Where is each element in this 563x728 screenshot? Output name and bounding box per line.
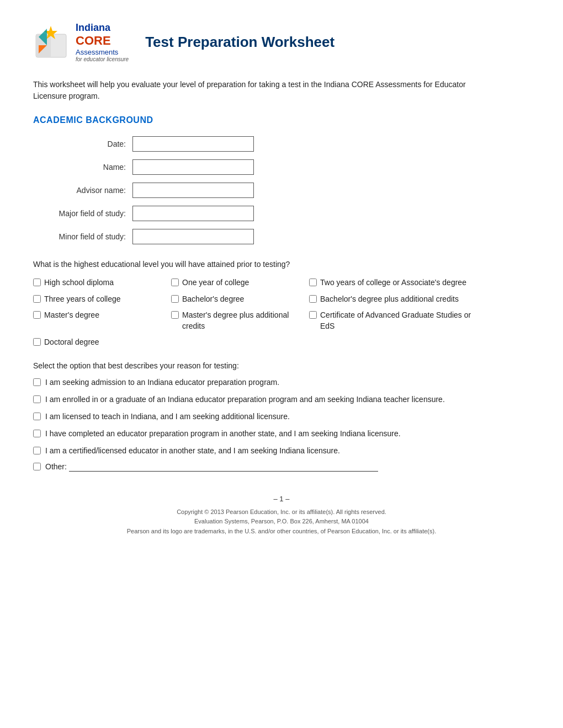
- name-label: Name:: [33, 163, 132, 172]
- major-label: Major field of study:: [33, 209, 132, 218]
- logo-core-text: CORE: [76, 34, 129, 48]
- reason-checkbox-2[interactable]: [33, 395, 41, 403]
- reason-question: Select the option that best describes yo…: [33, 361, 530, 370]
- reason-option-1: I am seeking admission to an Indiana edu…: [33, 377, 530, 388]
- logo-icon: [33, 23, 69, 62]
- reason-option-3: I am licensed to teach in Indiana, and I…: [33, 411, 530, 422]
- footer: – 1 – Copyright © 2013 Pearson Education…: [33, 494, 530, 537]
- logo-subtitle-text: for educator licensure: [76, 56, 129, 62]
- edu-checkbox-3[interactable]: [309, 279, 317, 286]
- date-label: Date:: [33, 140, 132, 148]
- page-header: Indiana CORE Assessments for educator li…: [33, 22, 530, 62]
- date-input[interactable]: [132, 136, 254, 152]
- logo-indiana-text: Indiana: [76, 22, 129, 34]
- footer-line2: Evaluation Systems, Pearson, P.O. Box 22…: [33, 517, 530, 527]
- education-question: What is the highest educational level yo…: [33, 260, 530, 269]
- name-input[interactable]: [132, 159, 254, 175]
- edu-checkbox-5[interactable]: [171, 295, 179, 303]
- minor-input[interactable]: [132, 229, 254, 244]
- education-options-grid: High school diploma One year of college …: [33, 277, 530, 348]
- edu-checkbox-10[interactable]: [33, 338, 41, 346]
- form-fields: Date: Name: Advisor name: Major field of…: [33, 136, 530, 244]
- section-heading: ACADEMIC BACKGROUND: [33, 115, 530, 125]
- footer-line1: Copyright © 2013 Pearson Education, Inc.…: [33, 507, 530, 517]
- edu-checkbox-7[interactable]: [33, 311, 41, 319]
- intro-text: This worksheet will help you evaluate yo…: [33, 79, 486, 102]
- minor-row: Minor field of study:: [33, 229, 530, 244]
- advisor-label: Advisor name:: [33, 186, 132, 195]
- minor-label: Minor field of study:: [33, 232, 132, 241]
- edu-checkbox-4[interactable]: [33, 295, 41, 303]
- other-row: Other:: [33, 462, 530, 472]
- logo-assessments-text: Assessments: [76, 48, 129, 56]
- major-row: Major field of study:: [33, 206, 530, 221]
- reason-checkbox-4[interactable]: [33, 430, 41, 437]
- advisor-input[interactable]: [132, 183, 254, 198]
- date-row: Date:: [33, 136, 530, 152]
- reason-section: Select the option that best describes yo…: [33, 361, 530, 472]
- logo-text: Indiana CORE Assessments for educator li…: [76, 22, 129, 62]
- other-label: Other:: [45, 462, 67, 471]
- edu-option-6: Bachelor's degree plus additional credit…: [309, 294, 486, 305]
- edu-option-8: Master's degree plus additional credits: [171, 310, 304, 331]
- edu-option-10: Doctoral degree: [33, 337, 166, 348]
- edu-checkbox-9[interactable]: [309, 311, 317, 319]
- reason-checkbox-3[interactable]: [33, 413, 41, 420]
- edu-option-5: Bachelor's degree: [171, 294, 304, 305]
- reason-checkbox-5[interactable]: [33, 447, 41, 454]
- edu-checkbox-1[interactable]: [33, 279, 41, 286]
- logo: Indiana CORE Assessments for educator li…: [33, 22, 129, 62]
- edu-checkbox-2[interactable]: [171, 279, 179, 286]
- reason-checkbox-1[interactable]: [33, 378, 41, 386]
- page-title: Test Preparation Worksheet: [145, 34, 334, 51]
- edu-option-9: Certificate of Advanced Graduate Studies…: [309, 310, 486, 331]
- edu-checkbox-8[interactable]: [171, 311, 179, 319]
- other-input[interactable]: [69, 462, 378, 472]
- edu-option-7: Master's degree: [33, 310, 166, 331]
- edu-option-4: Three years of college: [33, 294, 166, 305]
- major-input[interactable]: [132, 206, 254, 221]
- reason-option-5: I am a certified/licensed educator in an…: [33, 445, 530, 457]
- edu-option-2: One year of college: [171, 277, 304, 288]
- name-row: Name:: [33, 159, 530, 175]
- footer-line3: Pearson and its logo are trademarks, in …: [33, 527, 530, 537]
- edu-checkbox-6[interactable]: [309, 295, 317, 303]
- reason-option-2: I am enrolled in or a graduate of an Ind…: [33, 394, 530, 405]
- reason-option-4: I have completed an educator preparation…: [33, 428, 530, 440]
- title-area: Test Preparation Worksheet: [129, 34, 334, 51]
- edu-option-1: High school diploma: [33, 277, 166, 288]
- edu-option-3: Two years of college or Associate's degr…: [309, 277, 486, 288]
- page-number: – 1 –: [33, 494, 530, 505]
- other-checkbox[interactable]: [33, 463, 41, 470]
- advisor-row: Advisor name:: [33, 183, 530, 198]
